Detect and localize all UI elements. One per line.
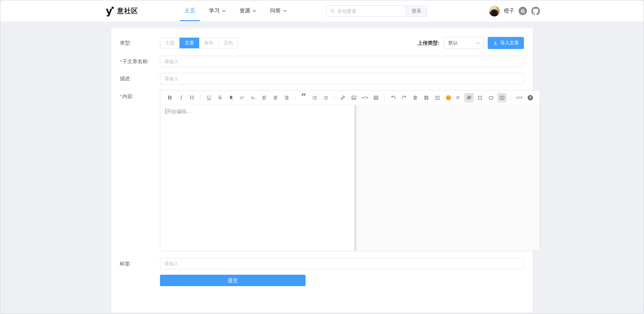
quote-button[interactable]: “ [299,93,308,102]
username[interactable]: 橙子 [504,8,514,14]
image-icon[interactable] [349,93,359,102]
text-caret [166,108,166,114]
align-right-icon[interactable] [282,93,291,102]
editor-split-divider[interactable] [354,105,357,251]
toolbar-divider [511,95,511,101]
required-mark: * [120,93,122,99]
editor-body: 开始编辑... [160,105,540,251]
search-button[interactable]: 搜索 [406,6,427,16]
download-icon [493,41,498,46]
strikethrough-button[interactable]: S [215,93,225,102]
nav-item-label: 主页 [184,7,195,14]
undo-icon[interactable] [388,93,398,102]
article-form-card: 类型: 主题 文章 板块 其他 上传类型: 默认 导入文章 *子 [111,28,533,312]
toolbar-divider [295,95,295,101]
type-label: 类型: [120,40,160,46]
mark-icon[interactable] [226,93,236,102]
sub-article-name-label: *子文章名称: [120,58,160,65]
ordered-list-icon[interactable] [310,93,319,102]
tags-row: 标签: [120,258,524,269]
bold-button[interactable]: B [165,93,174,102]
nav-item-label: 资源 [239,7,250,14]
nav-item-label: 学习 [209,7,220,14]
preview-toggle-icon[interactable] [464,93,474,102]
unordered-list-icon[interactable] [321,93,330,102]
chevron-down-icon [222,10,226,12]
toolbar-left-group: B I H U S x² x₂ “ [165,93,453,102]
import-article-label: 导入文章 [500,40,519,46]
nav-item-home[interactable]: 主页 [184,0,195,21]
gitee-icon[interactable]: G [519,7,527,15]
read-mode-icon[interactable] [486,93,496,102]
editor-preview-pane [357,105,540,251]
required-mark: * [120,58,122,64]
type-row: 类型: 主题 文章 板块 其他 上传类型: 默认 导入文章 [120,37,524,49]
save-icon[interactable] [422,93,431,102]
site-logo[interactable]: y 意社区 [104,6,138,16]
nav-item-learn[interactable]: 学习 [209,0,226,21]
submit-button[interactable]: 提交 [160,275,306,286]
chevron-down-icon [253,10,256,12]
editor-toolbar: B I H U S x² x₂ “ [160,90,540,105]
nav-item-qa[interactable]: 问答 [270,0,287,21]
superscript-button[interactable]: x² [237,93,247,102]
underline-button[interactable]: U [204,93,214,102]
navigation-button[interactable]: ≡ [453,93,463,102]
github-icon[interactable] [531,7,540,15]
editor-input-pane[interactable]: 开始编辑... [160,105,354,251]
toolbar-divider [384,95,385,101]
search-icon [330,8,335,14]
submit-row: 提交 [120,275,524,286]
content-label: *内容: [120,90,160,100]
description-input[interactable] [160,73,524,84]
editor-placeholder: 开始编辑... [166,108,191,114]
nav-item-resources[interactable]: 资源 [239,0,256,21]
align-left-icon[interactable] [260,93,269,102]
export-icon[interactable] [433,93,442,102]
upload-type-value: 默认 [448,40,458,46]
upload-type-label: 上传类型: [418,40,439,46]
upload-type-select[interactable]: 默认 [444,37,484,49]
search-input[interactable] [327,6,406,16]
help-icon[interactable]: ? [526,93,535,102]
split-pane-icon[interactable] [497,93,507,102]
main-nav: 主页 学习 资源 问答 [184,0,287,21]
nav-item-label: 问答 [270,7,281,14]
avatar[interactable] [489,6,500,16]
subscript-button[interactable]: x₂ [249,93,258,102]
align-center-icon[interactable] [271,93,280,102]
trash-icon[interactable] [411,93,420,102]
heading-button[interactable]: H [187,93,197,102]
navbar: y 意社区 主页 学习 资源 问答 [0,0,644,22]
code-button[interactable]: </> [360,93,370,102]
chevron-down-icon [283,10,287,12]
fullscreen-icon[interactable] [475,93,485,102]
sub-article-name-input[interactable] [160,56,524,67]
sub-article-name-row: *子文章名称: [120,56,524,67]
link-icon[interactable] [338,93,347,102]
content-row: *内容: B I H U S x² x₂ [120,90,524,251]
site-search: 搜索 [326,5,427,17]
type-option-topic[interactable]: 主题 [160,38,180,48]
site-name: 意社区 [117,6,138,15]
type-option-other[interactable]: 其他 [218,38,238,48]
type-option-article[interactable]: 文章 [179,38,199,48]
tags-input[interactable] [160,258,524,269]
chevron-down-icon [476,42,480,44]
markdown-editor: B I H U S x² x₂ “ [160,90,540,251]
table-icon[interactable] [371,93,381,102]
app: y 意社区 主页 学习 资源 问答 [0,0,644,314]
upload-cluster: 上传类型: 默认 导入文章 [418,37,524,49]
emoji-icon[interactable] [444,93,453,102]
description-label: 描述: [120,76,160,82]
type-option-board[interactable]: 板块 [199,38,219,48]
tags-label: 标签: [120,261,160,267]
html-code-button[interactable]: </> [515,93,524,102]
toolbar-divider [334,95,334,101]
italic-button[interactable]: I [176,93,185,102]
type-button-group: 主题 文章 板块 其他 [160,38,238,48]
redo-icon[interactable] [399,93,409,102]
logo-icon: y [104,6,114,16]
toolbar-divider [200,95,201,101]
import-article-button[interactable]: 导入文章 [488,37,524,49]
